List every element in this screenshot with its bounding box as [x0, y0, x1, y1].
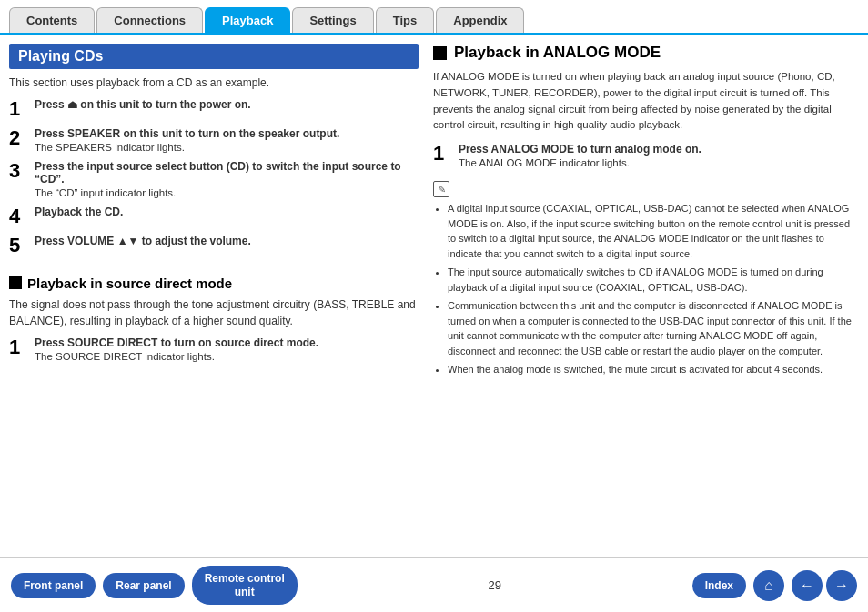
note-item-4: When the analog mode is switched, the mu…: [448, 362, 859, 377]
prev-button[interactable]: ←: [792, 570, 823, 601]
step-5-num: 5: [9, 235, 35, 256]
step-3-num: 3: [9, 160, 35, 182]
step-4: 4 Playback the CD.: [9, 206, 419, 227]
section-intro: This section uses playback from a CD as …: [9, 76, 419, 89]
footer: Front panel Rear panel Remote controluni…: [0, 557, 868, 612]
step-3: 3 Press the input source select button (…: [9, 160, 419, 198]
sd-step-1-content: Press SOURCE DIRECT to turn on source di…: [35, 336, 419, 362]
analog-step-1-num: 1: [433, 143, 459, 165]
sq-icon-analog: [433, 46, 447, 60]
step-2: 2 Press SPEAKER on this unit to turn on …: [9, 127, 419, 153]
step-1-num: 1: [9, 98, 35, 120]
sq-icon-source: [9, 276, 22, 289]
tab-contents[interactable]: Contents: [9, 7, 95, 33]
tab-settings[interactable]: Settings: [292, 7, 373, 33]
analog-title-label: Playback in ANALOG MODE: [454, 44, 661, 62]
step-3-content: Press the input source select button (CD…: [35, 160, 419, 198]
step-2-sub: The SPEAKERS indicator lights.: [35, 142, 419, 153]
step-4-num: 4: [9, 206, 35, 227]
next-button[interactable]: →: [826, 570, 857, 601]
remote-control-button[interactable]: Remote controlunit: [192, 566, 298, 605]
notes-list: A digital input source (COAXIAL, OPTICAL…: [433, 201, 859, 377]
analog-mode-title: Playback in ANALOG MODE: [433, 44, 859, 62]
step-5: 5 Press VOLUME ▲▼ to adjust the volume.: [9, 235, 419, 256]
prev-icon: ←: [800, 577, 814, 594]
rear-panel-button[interactable]: Rear panel: [103, 573, 184, 598]
analog-step-1: 1 Press ANALOG MODE to turn analog mode …: [433, 143, 859, 168]
sd-step-1-sub: The SOURCE DIRECT indicator lights.: [35, 351, 419, 362]
step-5-content: Press VOLUME ▲▼ to adjust the volume.: [35, 235, 419, 247]
step-4-bold: Playback the CD.: [35, 206, 123, 218]
tab-appendix[interactable]: Appendix: [436, 7, 524, 33]
analog-desc: If ANALOG MODE is turned on when playing…: [433, 69, 859, 134]
step-5-bold: Press VOLUME ▲▼ to adjust the volume.: [35, 235, 251, 247]
section-title: Playing CDs: [9, 44, 419, 69]
sd-step-1-num: 1: [9, 336, 35, 358]
note-icon: ✎: [433, 181, 449, 197]
sd-step-1-bold: Press SOURCE DIRECT to turn on source di…: [35, 336, 318, 349]
index-button[interactable]: Index: [692, 573, 746, 598]
home-button[interactable]: ⌂: [753, 570, 784, 601]
notes-section: ✎ A digital input source (COAXIAL, OPTIC…: [433, 181, 859, 381]
step-3-bold: Press the input source select button (CD…: [35, 160, 401, 186]
step-1: 1 Press ⏏ on this unit to turn the power…: [9, 98, 419, 120]
step-3-sub: The “CD” input indicator lights.: [35, 187, 419, 198]
step-4-content: Playback the CD.: [35, 206, 419, 218]
source-direct-desc: The signal does not pass through the ton…: [9, 296, 419, 329]
nav-group: ← →: [792, 570, 857, 601]
source-direct-label: Playback in source direct mode: [27, 276, 232, 291]
note-item-2: The input source automatically switches …: [448, 265, 859, 295]
step-2-num: 2: [9, 127, 35, 149]
source-direct-title: Playback in source direct mode: [9, 276, 419, 291]
analog-step-1-bold: Press ANALOG MODE to turn analog mode on…: [459, 143, 701, 156]
front-panel-button[interactable]: Front panel: [11, 573, 96, 598]
tab-connections[interactable]: Connections: [96, 7, 203, 33]
note-item-1: A digital input source (COAXIAL, OPTICAL…: [448, 201, 859, 261]
step-2-content: Press SPEAKER on this unit to turn on th…: [35, 127, 419, 153]
note-item-3: Communication between this unit and the …: [448, 298, 859, 358]
step-2-bold: Press SPEAKER on this unit to turn on th…: [35, 127, 339, 140]
step-1-content: Press ⏏ on this unit to turn the power o…: [35, 98, 419, 111]
left-column: Playing CDs This section uses playback f…: [9, 44, 419, 557]
source-direct-step-1: 1 Press SOURCE DIRECT to turn on source …: [9, 336, 419, 362]
analog-step-1-sub: The ANALOG MODE indicator lights.: [459, 157, 859, 168]
step-1-text: Press ⏏ on this unit to turn the power o…: [35, 98, 251, 111]
right-column: Playback in ANALOG MODE If ANALOG MODE i…: [433, 44, 859, 557]
tabs-bar: Contents Connections Playback Settings T…: [0, 0, 868, 35]
main-content: Playing CDs This section uses playback f…: [0, 35, 868, 557]
next-icon: →: [834, 577, 849, 594]
page-number: 29: [305, 578, 685, 592]
tab-playback[interactable]: Playback: [205, 7, 290, 33]
home-icon: ⌂: [764, 577, 773, 594]
tab-tips[interactable]: Tips: [376, 7, 435, 33]
analog-step-1-content: Press ANALOG MODE to turn analog mode on…: [459, 143, 859, 168]
